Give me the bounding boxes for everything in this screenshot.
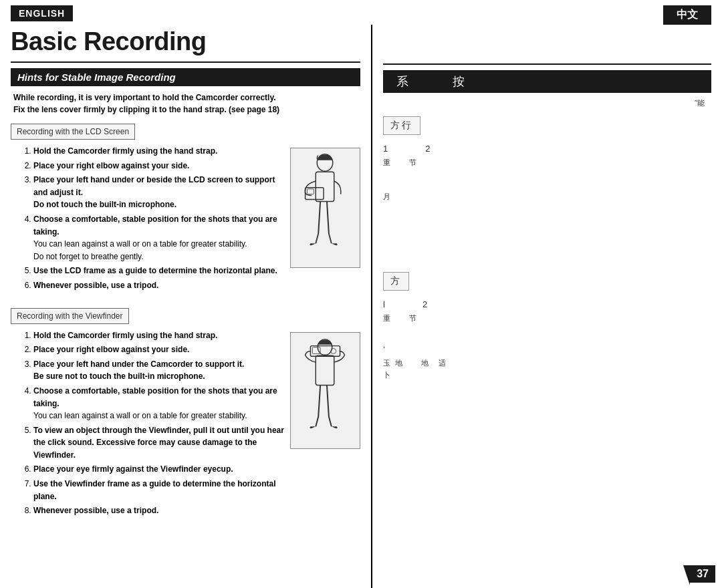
vf-instruction-6: Place your eye firmly against the Viewfi…: [33, 463, 285, 476]
right-column: 系 按 ˜能 方行 1 2 重 节 月 方 l 2 重 节 ,: [372, 25, 722, 588]
viewfinder-subsection-header: Recording with the Viewfinder: [11, 308, 129, 324]
vf-instruction-2: Place your right elbow against your side…: [33, 343, 285, 356]
lcd-subsection-header: Recording with the LCD Screen: [11, 124, 135, 140]
lcd-instruction-6: Whenever possible, use a tripod.: [33, 279, 285, 292]
lcd-section-block: Recording with the LCD Screen Hold the C…: [11, 124, 360, 299]
viewfinder-illustration: [290, 332, 360, 449]
lcd-instruction-1: Hold the Camcorder firmly using the hand…: [33, 145, 285, 158]
vf-instruction-8: Whenever possible, use a tripod.: [33, 504, 285, 517]
vf-instruction-1: Hold the Camcorder firmly using the hand…: [33, 329, 285, 342]
viewfinder-section: Hold the Camcorder firmly using the hand…: [11, 329, 360, 524]
zh-lcd-spacer: [383, 170, 711, 190]
zh-lcd-header: 方行: [383, 116, 420, 135]
zh-lcd-block: 方行 1 2 重 节 月: [383, 116, 711, 264]
svg-rect-5: [316, 355, 334, 385]
vf-instruction-4: Choose a comfortable, stable position fo…: [33, 385, 285, 422]
page-title: Basic Recording: [11, 27, 360, 56]
zh-vf-numbers: l 2: [383, 299, 711, 311]
english-badge: ENGLISH: [11, 5, 73, 21]
page-number-wrap: 37: [690, 565, 715, 583]
vf-instruction-5: To view an object through the Viewfinder…: [33, 424, 285, 462]
vf-instruction-3: Place your left hand under the Camcorder…: [33, 358, 285, 383]
lcd-instruction-5: Use the LCD frame as a guide to determin…: [33, 265, 285, 277]
zh-lcd-spacer2: [383, 204, 711, 264]
lcd-instruction-3: Place your left hand under or beside the…: [33, 174, 285, 211]
zh-vf-line4: 卜: [383, 370, 711, 380]
hints-header-wrapper: Hints for Stable Image Recording: [11, 68, 360, 86]
svg-rect-7: [312, 347, 320, 353]
zh-lcd-line2: 月: [383, 192, 711, 202]
zh-lcd-numbers: 1 2: [383, 143, 711, 155]
main-content: Basic Recording Hints for Stable Image R…: [0, 25, 722, 588]
zh-vf-header: 方: [383, 272, 409, 291]
zh-vf-block: 方 l 2 重 节 , 玉 地 地 适 卜: [383, 272, 711, 380]
page-number: 37: [690, 565, 715, 583]
zh-hints-header-wrapper: 系 按: [383, 70, 711, 93]
viewfinder-instructions: Hold the Camcorder firmly using the hand…: [11, 329, 285, 517]
svg-rect-2: [306, 188, 324, 200]
zh-lcd-line1: 重 节: [383, 158, 711, 168]
lcd-instruction-2: Place your right elbow against your side…: [33, 160, 285, 172]
hint-line1: While recording, it is very important to…: [13, 92, 358, 104]
hint-text: While recording, it is very important to…: [11, 92, 360, 116]
top-header: ENGLISH 中文: [0, 0, 722, 25]
lcd-text: Hold the Camcorder firmly using the hand…: [11, 145, 285, 299]
title-divider: [11, 61, 360, 63]
right-title-spacer: [383, 25, 711, 63]
zh-vf-line1: 重 节: [383, 313, 711, 323]
right-title-divider: [383, 63, 711, 65]
hint-line2: Fix the lens cover firmly by clipping it…: [13, 104, 358, 116]
viewfinder-section-block: Recording with the Viewfinder Hold the C…: [11, 308, 360, 524]
zh-hints-header: 系 按: [383, 70, 711, 93]
hints-header-en: Hints for Stable Image Recording: [11, 68, 360, 86]
zh-vf-line3: 玉 地 地 适: [383, 358, 711, 368]
page-container: ENGLISH 中文 Basic Recording Hints for Sta…: [0, 0, 722, 588]
zh-vf-spacer2: [383, 351, 711, 356]
lcd-instruction-4: Choose a comfortable, stable position fo…: [33, 213, 285, 263]
lcd-illustration: [290, 148, 360, 268]
vf-instruction-7: Use the Viewfinder frame as a guide to d…: [33, 478, 285, 502]
lcd-instructions: Hold the Camcorder firmly using the hand…: [11, 145, 285, 292]
zh-hint-text: ˜能: [383, 98, 711, 108]
svg-rect-1: [316, 172, 334, 201]
zh-vf-line2: ,: [383, 341, 711, 349]
lcd-section: Hold the Camcorder firmly using the hand…: [11, 145, 360, 299]
left-column: Basic Recording Hints for Stable Image R…: [0, 25, 371, 588]
svg-rect-3: [308, 189, 314, 194]
viewfinder-text: Hold the Camcorder firmly using the hand…: [11, 329, 285, 524]
chinese-badge: 中文: [663, 5, 711, 25]
zh-vf-spacer: [383, 325, 711, 339]
